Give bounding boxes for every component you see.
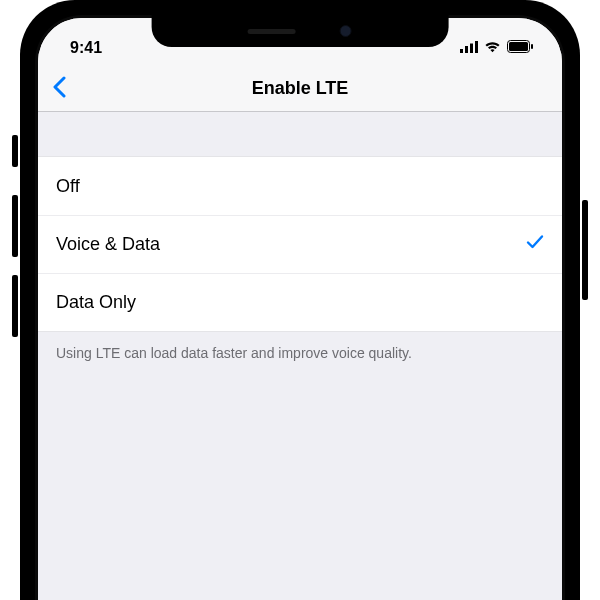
battery-icon xyxy=(507,39,534,57)
wifi-icon xyxy=(484,39,501,57)
chevron-left-icon xyxy=(52,76,66,102)
option-label: Data Only xyxy=(56,292,136,313)
status-icons xyxy=(460,39,540,57)
front-camera xyxy=(340,25,352,37)
svg-rect-5 xyxy=(509,42,528,51)
page-title: Enable LTE xyxy=(252,78,349,99)
silence-switch[interactable] xyxy=(12,135,18,167)
svg-rect-3 xyxy=(475,41,478,53)
section-footer: Using LTE can load data faster and impro… xyxy=(38,332,562,375)
phone-frame: 9:41 xyxy=(20,0,580,600)
svg-rect-0 xyxy=(460,49,463,53)
section-spacer xyxy=(38,112,562,156)
option-voice-and-data[interactable]: Voice & Data xyxy=(38,215,562,273)
svg-rect-2 xyxy=(470,44,473,54)
option-label: Voice & Data xyxy=(56,234,160,255)
volume-up-button[interactable] xyxy=(12,195,18,257)
cellular-icon xyxy=(460,39,478,57)
status-time: 9:41 xyxy=(60,39,102,57)
phone-inner: 9:41 xyxy=(35,15,565,600)
volume-down-button[interactable] xyxy=(12,275,18,337)
option-data-only[interactable]: Data Only xyxy=(38,273,562,331)
svg-rect-6 xyxy=(531,44,533,49)
screen: 9:41 xyxy=(38,18,562,600)
content: Off Voice & Data Data Only Using LTE can… xyxy=(38,112,562,375)
back-button[interactable] xyxy=(52,76,66,102)
option-off[interactable]: Off xyxy=(38,157,562,215)
notch xyxy=(152,15,449,47)
checkmark-icon xyxy=(526,234,544,255)
speaker xyxy=(248,29,296,34)
option-label: Off xyxy=(56,176,80,197)
nav-bar: Enable LTE xyxy=(38,66,562,112)
power-button[interactable] xyxy=(582,200,588,300)
svg-rect-1 xyxy=(465,46,468,53)
options-list: Off Voice & Data Data Only xyxy=(38,156,562,332)
